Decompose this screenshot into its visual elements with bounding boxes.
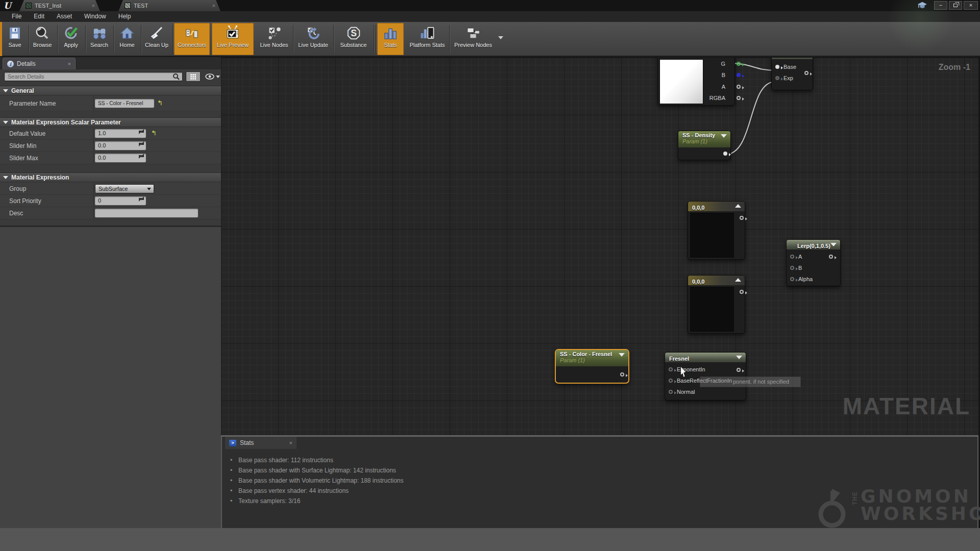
home-button[interactable]: Home bbox=[115, 23, 139, 55]
node-expand-icon[interactable] bbox=[735, 204, 741, 208]
group-dropdown[interactable]: SubSurface bbox=[95, 184, 154, 193]
output-pin-a[interactable] bbox=[737, 85, 741, 89]
tv-check-icon bbox=[224, 24, 242, 42]
node-collapse-icon[interactable] bbox=[736, 356, 742, 359]
grid-icon bbox=[190, 73, 197, 80]
input-pin-exponentin[interactable] bbox=[669, 367, 673, 371]
output-pin-b[interactable] bbox=[737, 73, 741, 77]
live-nodes-button[interactable]: Live Nodes bbox=[257, 23, 291, 55]
clean-up-button[interactable]: Clean Up bbox=[142, 23, 171, 55]
details-tab-close-icon[interactable]: × bbox=[68, 61, 71, 67]
menu-edit[interactable]: Edit bbox=[28, 11, 51, 22]
window-tab-test-inst[interactable]: TEST_Inst × bbox=[19, 0, 100, 11]
input-pin-a[interactable] bbox=[790, 255, 794, 259]
close-button[interactable]: × bbox=[964, 1, 978, 10]
menu-help[interactable]: Help bbox=[112, 11, 137, 22]
output-pin-rgba[interactable] bbox=[737, 96, 741, 100]
lerp-node[interactable]: Lerp(0,1,0.5) A B Alpha bbox=[786, 239, 841, 286]
lerp-output-pin[interactable] bbox=[829, 255, 833, 259]
stats-tab-close-icon[interactable]: × bbox=[289, 440, 292, 446]
sort-priority-field[interactable]: 0 bbox=[95, 196, 146, 205]
input-pin-basereflectfractionin[interactable] bbox=[669, 379, 673, 383]
search-button[interactable]: Search bbox=[87, 23, 112, 55]
value-spinner-icon[interactable] bbox=[139, 141, 144, 146]
stats-line: Base pass vertex shader: 44 instructions bbox=[230, 486, 404, 496]
stats-button[interactable]: Stats bbox=[377, 23, 404, 55]
slider-min-field[interactable]: 0.0 bbox=[95, 141, 146, 150]
parameter-name-field[interactable]: SS - Color - Fresnel bbox=[95, 99, 154, 108]
apply-check-icon bbox=[62, 24, 80, 42]
desc-field[interactable] bbox=[95, 209, 198, 217]
input-pin-alpha[interactable] bbox=[790, 277, 794, 281]
tab-close-icon[interactable]: × bbox=[92, 3, 95, 9]
material-graph-canvas[interactable]: Zoom -1 MATERIAL G B A RGBA Power bbox=[221, 57, 978, 435]
constant-vector-node-2[interactable]: 0,0,0 bbox=[688, 275, 745, 334]
apply-button[interactable]: Apply bbox=[58, 23, 84, 55]
menu-window[interactable]: Window bbox=[78, 11, 112, 22]
reset-to-default-icon[interactable]: ↰ bbox=[151, 129, 157, 137]
section-header-material-expression[interactable]: Material Expression bbox=[0, 172, 221, 182]
gnomon-workshop-watermark: THE GNOMON WORKSHOP bbox=[816, 486, 980, 530]
live-preview-button[interactable]: Live Preview bbox=[212, 23, 254, 55]
reset-to-default-icon[interactable]: ↰ bbox=[157, 99, 163, 107]
constant1-output-pin[interactable] bbox=[740, 216, 744, 220]
view-options-grid-button[interactable] bbox=[186, 71, 201, 82]
substance-button[interactable]: S Substance bbox=[335, 23, 372, 55]
home-icon bbox=[118, 24, 136, 42]
input-pin-b[interactable] bbox=[790, 266, 794, 270]
details-tab[interactable]: i Details × bbox=[3, 58, 76, 69]
preview-nodes-dropdown-icon[interactable] bbox=[498, 36, 503, 39]
ss-color-fresnel-node[interactable]: SS - Color - Fresnel Param (1) bbox=[555, 349, 629, 384]
live-update-button[interactable]: Live Update bbox=[295, 23, 332, 55]
power-node[interactable]: Power Base Exp bbox=[771, 57, 813, 90]
platform-stats-button[interactable]: Platform Stats bbox=[406, 23, 448, 55]
browse-button[interactable]: Browse bbox=[30, 23, 55, 55]
section-header-scalar-parameter[interactable]: Material Expression Scalar Parameter bbox=[0, 117, 221, 127]
tab-close-icon[interactable]: × bbox=[212, 3, 215, 9]
input-pin-base[interactable] bbox=[775, 65, 779, 69]
tutorial-cap-icon[interactable] bbox=[917, 1, 928, 9]
bottom-bar bbox=[0, 528, 980, 551]
browse-icon bbox=[33, 24, 52, 42]
visibility-filter-button[interactable] bbox=[204, 71, 221, 82]
density-output-pin[interactable] bbox=[723, 152, 727, 156]
stats-tab[interactable]: > Stats × bbox=[225, 437, 297, 449]
material-icon bbox=[125, 3, 131, 9]
power-output-pin[interactable] bbox=[804, 71, 808, 75]
node-collapse-icon[interactable] bbox=[721, 134, 727, 138]
node-expand-icon[interactable] bbox=[735, 278, 741, 282]
input-pin-normal[interactable] bbox=[669, 390, 673, 394]
output-pin-g[interactable] bbox=[737, 62, 741, 66]
search-details-input[interactable] bbox=[4, 72, 183, 81]
input-pin-exp[interactable] bbox=[775, 76, 779, 80]
slider-max-field[interactable]: 0.0 bbox=[95, 154, 146, 162]
section-header-general[interactable]: General bbox=[0, 86, 221, 95]
color-fresnel-output-pin[interactable] bbox=[620, 372, 624, 377]
broom-icon bbox=[148, 24, 166, 42]
value-spinner-icon[interactable] bbox=[139, 196, 144, 202]
stats-line: Base pass shader with Volumetric Lightma… bbox=[230, 475, 404, 486]
value-spinner-icon[interactable] bbox=[139, 154, 144, 159]
preview-nodes-button[interactable]: Preview Nodes bbox=[451, 23, 495, 55]
menu-file[interactable]: File bbox=[6, 11, 28, 22]
ss-density-node[interactable]: SS - Density Param (1) bbox=[678, 131, 731, 160]
minimize-button[interactable]: − bbox=[934, 1, 947, 10]
constant-vector-node-1[interactable]: 0,0,0 bbox=[688, 201, 745, 260]
constant2-output-pin[interactable] bbox=[740, 290, 744, 294]
toolbar-accent bbox=[0, 22, 2, 56]
node-collapse-icon[interactable] bbox=[830, 243, 837, 246]
window-tab-test[interactable]: TEST × bbox=[118, 0, 220, 11]
fresnel-output-pin[interactable] bbox=[737, 368, 741, 372]
restore-button[interactable] bbox=[949, 1, 962, 10]
value-spinner-icon[interactable] bbox=[139, 129, 144, 134]
save-button[interactable]: Save bbox=[3, 23, 27, 55]
info-icon: i bbox=[7, 61, 14, 67]
default-value-field[interactable]: 1.0 bbox=[95, 129, 146, 138]
menu-asset[interactable]: Asset bbox=[51, 11, 78, 22]
window-tab-label: TEST_Inst bbox=[35, 3, 61, 9]
texture-sample-node[interactable]: G B A RGBA bbox=[657, 57, 735, 106]
connectors-button[interactable]: Connectors bbox=[174, 23, 210, 55]
slider-max-row: Slider Max 0.0 bbox=[0, 152, 221, 164]
node-collapse-icon[interactable] bbox=[619, 353, 625, 357]
unreal-logo-icon: U bbox=[4, 1, 11, 11]
